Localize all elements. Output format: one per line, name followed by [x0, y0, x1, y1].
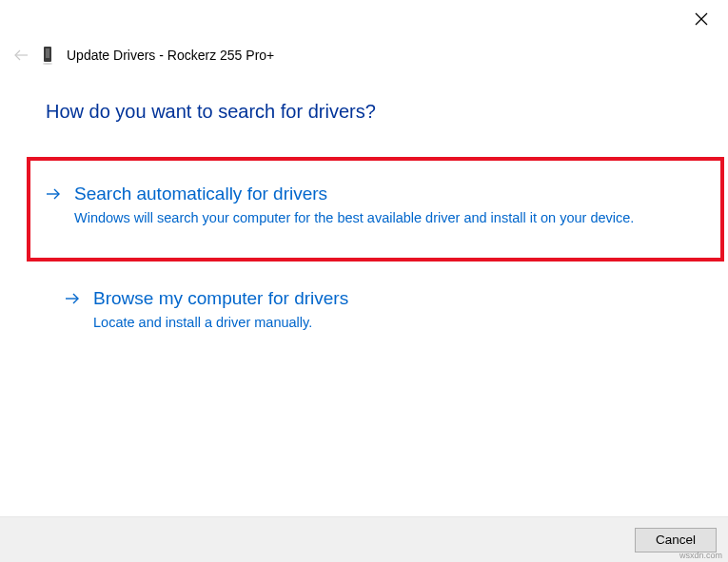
page-heading: How do you want to search for drivers? [46, 101, 682, 123]
option-title: Browse my computer for drivers [93, 288, 682, 309]
back-arrow-icon [13, 49, 29, 61]
device-icon [42, 46, 53, 65]
watermark: wsxdn.com [679, 551, 722, 560]
option-browse-computer[interactable]: Browse my computer for drivers Locate an… [46, 288, 682, 332]
option-title: Search automatically for drivers [74, 184, 705, 204]
arrow-right-icon [65, 292, 80, 332]
arrow-right-icon [46, 187, 61, 227]
option-search-automatically[interactable]: Search automatically for drivers Windows… [27, 157, 724, 262]
header: Update Drivers - Rockerz 255 Pro+ [13, 46, 274, 65]
close-icon [695, 12, 708, 26]
close-button[interactable] [692, 10, 711, 29]
cancel-button[interactable]: Cancel [635, 528, 717, 552]
option-description: Windows will search your computer for th… [74, 208, 705, 227]
svg-rect-4 [46, 48, 49, 58]
footer: Cancel [0, 516, 728, 562]
window-title: Update Drivers - Rockerz 255 Pro+ [67, 48, 274, 63]
option-description: Locate and install a driver manually. [93, 313, 682, 332]
svg-point-5 [43, 63, 52, 65]
